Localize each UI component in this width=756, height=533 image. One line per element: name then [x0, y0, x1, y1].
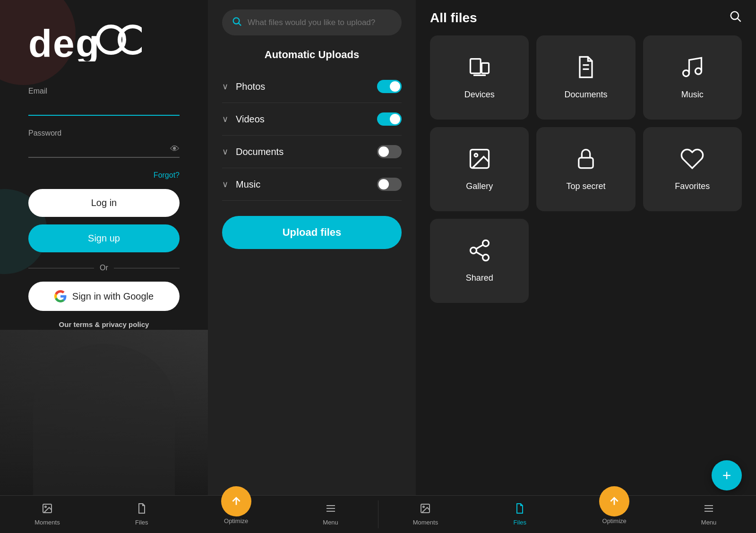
- shared-label: Shared: [466, 273, 493, 283]
- toggle-documents[interactable]: [377, 145, 402, 158]
- auto-uploads-title: Automatic Uploads: [222, 49, 402, 61]
- moments-label-left: Moments: [34, 519, 60, 526]
- upload-item-music-label: Music: [236, 179, 377, 190]
- nav-item-menu-left[interactable]: Menu: [284, 496, 378, 533]
- lock-icon: [574, 146, 598, 176]
- chevron-music-icon: ∨: [222, 179, 228, 189]
- upload-item-music: ∨ Music: [222, 168, 402, 201]
- chevron-photos-icon: ∨: [222, 81, 228, 92]
- toggle-password-icon[interactable]: 👁: [170, 143, 180, 154]
- or-label: Or: [100, 264, 108, 272]
- right-panel: All files Devices: [416, 0, 756, 495]
- fab-add-button[interactable]: +: [712, 460, 742, 490]
- file-card-shared[interactable]: Shared: [430, 219, 529, 303]
- toggle-documents-knob: [378, 146, 389, 157]
- svg-line-22: [476, 252, 483, 257]
- upload-item-videos-label: Videos: [236, 114, 377, 125]
- toggle-videos[interactable]: [377, 112, 402, 126]
- toggle-videos-knob: [390, 114, 400, 124]
- svg-line-6: [239, 23, 241, 26]
- svg-point-14: [683, 70, 689, 77]
- svg-point-25: [45, 506, 46, 507]
- search-files-icon[interactable]: [729, 9, 742, 26]
- optimize-bubble-right: [599, 486, 629, 516]
- terms-label[interactable]: Our terms & privacy policy: [59, 320, 149, 328]
- file-card-gallery[interactable]: Gallery: [430, 127, 529, 211]
- nav-section-left: Moments Files Optimize: [0, 496, 378, 533]
- nav-item-menu-right[interactable]: Menu: [662, 496, 756, 533]
- svg-point-20: [470, 248, 476, 254]
- email-input[interactable]: [28, 97, 180, 116]
- top-secret-label: Top secret: [566, 181, 605, 191]
- file-card-devices[interactable]: Devices: [430, 35, 529, 120]
- nav-section-right: Moments Files Optimize: [378, 496, 756, 533]
- or-line-right: [114, 268, 180, 268]
- upload-item-photos: ∨ Photos: [222, 70, 402, 103]
- logo: d e g: [28, 19, 180, 63]
- moments-icon-right: [420, 503, 431, 517]
- documents-icon: [574, 55, 598, 84]
- svg-point-21: [482, 255, 489, 261]
- svg-point-5: [233, 18, 240, 24]
- signup-button[interactable]: Sign up: [28, 224, 180, 252]
- optimize-bubble-left: [221, 486, 251, 516]
- nav-item-moments-right[interactable]: Moments: [378, 496, 473, 533]
- toggle-music[interactable]: [377, 178, 402, 191]
- menu-label-left: Menu: [323, 519, 338, 526]
- password-label: Password: [28, 129, 180, 138]
- optimize-label-right: Optimize: [602, 517, 627, 524]
- password-group: Password 👁: [28, 129, 180, 158]
- login-button[interactable]: Log in: [28, 189, 180, 217]
- upload-files-button[interactable]: Upload files: [222, 216, 402, 249]
- upload-item-documents: ∨ Documents: [222, 136, 402, 168]
- upload-items-list: ∨ Photos ∨ Videos ∨ Documents: [222, 70, 402, 201]
- file-card-documents[interactable]: Documents: [536, 35, 635, 120]
- svg-rect-18: [579, 158, 593, 168]
- nav-item-optimize-right[interactable]: Optimize: [567, 496, 662, 533]
- gallery-label: Gallery: [466, 181, 493, 191]
- svg-point-7: [731, 12, 739, 19]
- file-card-music[interactable]: Music: [643, 35, 742, 120]
- documents-label: Documents: [564, 90, 607, 100]
- share-icon: [467, 238, 492, 267]
- nav-item-optimize-left[interactable]: Optimize: [189, 496, 284, 533]
- nav-item-moments-left[interactable]: Moments: [0, 496, 94, 533]
- google-logo-icon: [54, 290, 67, 302]
- files-label-right: Files: [514, 519, 526, 526]
- file-card-favorites[interactable]: Favorites: [643, 127, 742, 211]
- favorites-label: Favorites: [675, 181, 710, 191]
- upload-item-documents-label: Documents: [236, 146, 377, 157]
- upload-item-photos-label: Photos: [236, 81, 377, 92]
- files-icon-right: [514, 503, 525, 517]
- chevron-documents-icon: ∨: [222, 146, 228, 157]
- svg-text:g: g: [76, 22, 99, 61]
- or-divider: Or: [28, 264, 180, 272]
- toggle-photos[interactable]: [377, 80, 402, 93]
- music-label: Music: [681, 90, 704, 100]
- music-icon: [680, 55, 704, 84]
- terms-wrapper: Our terms & privacy policy: [28, 320, 180, 329]
- nav-item-files-right[interactable]: Files: [472, 496, 567, 533]
- password-input[interactable]: [28, 139, 180, 158]
- forgot-link[interactable]: Forgot?: [154, 171, 180, 179]
- email-label: Email: [28, 87, 180, 95]
- toggle-music-knob: [378, 179, 389, 189]
- toggle-photos-knob: [390, 81, 400, 92]
- email-group: Email: [28, 87, 180, 116]
- bottom-nav: Moments Files Optimize: [0, 495, 756, 533]
- svg-rect-10: [481, 63, 489, 74]
- menu-icon-right: [703, 503, 714, 517]
- files-label-left: Files: [135, 519, 148, 526]
- moments-icon-left: [42, 503, 53, 517]
- nav-item-files-left[interactable]: Files: [94, 496, 189, 533]
- search-bar[interactable]: [222, 9, 402, 35]
- menu-label-right: Menu: [701, 519, 717, 526]
- svg-point-15: [696, 69, 702, 75]
- file-card-top-secret[interactable]: Top secret: [536, 127, 635, 211]
- svg-point-17: [474, 154, 478, 157]
- search-input[interactable]: [248, 18, 392, 27]
- all-files-header: All files: [430, 9, 742, 26]
- gallery-icon: [467, 146, 492, 176]
- google-signin-button[interactable]: Sign in with Google: [28, 282, 180, 311]
- google-signin-label: Sign in with Google: [72, 291, 154, 302]
